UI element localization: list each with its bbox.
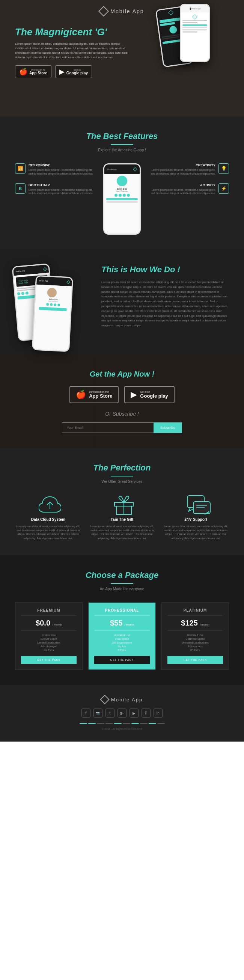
gplay-name: Google play — [67, 71, 88, 75]
social-twitter[interactable]: t — [106, 708, 114, 718]
pkg-professional: PROFESSIONAL $55 / month Unlimited Use 2… — [88, 602, 156, 670]
features-divider — [111, 144, 133, 145]
freemium-feature-4: Ads displayed — [21, 645, 76, 648]
getapp-appstore-text: Download on the App Store — [89, 390, 112, 399]
footer-diamond-icon — [100, 695, 109, 704]
freemium-feature-3: Limited Localisation — [21, 641, 76, 644]
freemium-price: $0.0 / month — [21, 619, 76, 627]
getapp-appstore-name: App Store — [89, 393, 112, 399]
gift-card-title: I'am The Gift — [89, 517, 155, 522]
how-title: This is How We Do ! — [101, 265, 229, 274]
subscribe-label: Or Subscribe ! — [15, 411, 229, 417]
features-center-phone: Mobile App John Doe Lead Designer — [103, 163, 141, 235]
hero-title: The Magnigicent 'G' — [15, 26, 133, 38]
freemium-name: FREEMIUM — [21, 608, 76, 612]
features-left: 📶 RESPONSIVE Lorem ipsum dolor sit amet,… — [15, 163, 96, 195]
packages-divider — [111, 583, 133, 584]
getapp-gplay-button[interactable]: ▶ Get it on Google play — [124, 386, 174, 403]
professional-price: $55 / month — [94, 619, 150, 627]
profile-avatar — [117, 176, 127, 186]
getapp-store-buttons: 🍎 Download on the App Store ▶ Get it on … — [15, 386, 229, 403]
chat-icon — [187, 495, 205, 514]
phone-bar-1 — [106, 198, 138, 200]
email-input[interactable] — [62, 422, 154, 433]
social-instagram[interactable]: 📷 — [93, 708, 103, 718]
professional-feature-3: 200 Localisations — [94, 641, 150, 644]
navbar: Mobile App — [15, 8, 229, 15]
footer-logo: Mobile App — [15, 696, 229, 703]
getapp-section: Get the App Now ! 🍎 Download on the App … — [0, 355, 244, 448]
gplay-text: Get it on Google play — [67, 69, 88, 75]
social-facebook[interactable]: f — [81, 708, 90, 718]
freemium-price-sub: / month — [52, 623, 62, 626]
package-cards: FREEMIUM $0.0 / month Limited Use 100 Mb… — [15, 602, 229, 670]
features-right: 💡 CREATIVITY Lorem ipsum dolor sit amet,… — [148, 163, 229, 195]
phone-diamond-icon — [133, 167, 137, 171]
logo-diamond-icon — [98, 6, 109, 16]
social-dot-1 — [114, 194, 117, 197]
responsive-title: RESPONSIVE — [29, 163, 96, 167]
fdot-5 — [114, 723, 122, 724]
cloud-card-title: Data Cloud System — [15, 517, 81, 522]
feature-bootstrap: B BOOTSTRAP Lorem ipsum dolor sit amet, … — [15, 183, 96, 196]
platinium-feature-1: Unlimited Use — [168, 634, 223, 636]
getapp-gplay-text: Get it on Google play — [140, 390, 168, 399]
apple-icon-big: 🍎 — [76, 390, 86, 399]
fdot-2 — [88, 723, 96, 724]
activity-icon: ⚡ — [219, 183, 229, 194]
features-subtitle: Explore the Amazing G-app ! — [15, 148, 229, 152]
phone-front-screen — [181, 13, 209, 61]
bootstrap-title: BOOTSTRAP — [29, 183, 96, 187]
platinium-divider — [168, 616, 223, 616]
how-phone-b: Mobile App John Doe Lead Designer — [34, 276, 71, 351]
platinium-feature-3: Unlimited Localisations — [168, 641, 223, 644]
feature-activity: ⚡ ACTIVITY Lorem ipsum dolor sit amet, c… — [148, 183, 229, 196]
platinium-feature-4: Put your ads — [168, 645, 223, 648]
activity-title: ACTIVITY — [148, 183, 215, 187]
perf-card-cloud: Data Cloud System Lorem ipsum dolor sit … — [15, 495, 81, 540]
how-phone-icons — [37, 303, 69, 307]
feature-creativity-text: CREATIVITY Lorem ipsum dolor sit amet, c… — [148, 163, 215, 176]
social-dot-2 — [119, 194, 122, 197]
getapp-appstore-button[interactable]: 🍎 Download on the App Store — [70, 386, 119, 403]
responsive-icon: 📶 — [15, 163, 25, 174]
social-pinterest[interactable]: P — [141, 708, 151, 718]
footer: Mobile App f 📷 t g+ ▶ P in © 2014 - All … — [0, 685, 244, 741]
nav-logo-text: Mobile App — [110, 8, 144, 14]
professional-divider2 — [94, 630, 150, 631]
professional-cta-button[interactable]: GET THE PACK — [94, 656, 150, 664]
perf-card-gift: I'am The Gift Lorem ipsum dolor sit amet… — [89, 495, 155, 540]
hero-section: Mobile App The Magnigicent 'G' Lorem ips… — [0, 0, 244, 116]
social-youtube[interactable]: ▶ — [130, 708, 138, 718]
packages-title: Choose a Package — [15, 570, 229, 580]
feature-creativity: 💡 CREATIVITY Lorem ipsum dolor sit amet,… — [148, 163, 229, 176]
perfection-section: The Perfection We Offer Great Services D… — [0, 448, 244, 555]
fdot-10 — [157, 723, 165, 724]
features-layout: 📶 RESPONSIVE Lorem ipsum dolor sit amet,… — [15, 163, 229, 235]
platinium-cta-button[interactable]: GET THE PACK — [168, 656, 223, 664]
freemium-cta-button[interactable]: GET THE PACK — [21, 656, 76, 664]
gplay-icon-big: ▶ — [131, 390, 137, 399]
platinium-name: PLATINIUM — [168, 608, 223, 612]
packages-subtitle: An App Made for everyone — [15, 587, 229, 591]
activity-desc: Lorem ipsum dolor sit amet, consectetur … — [148, 188, 215, 196]
chat-card-text: Lorem ipsum dolor sit amet, consectetur … — [163, 525, 229, 540]
googleplay-button[interactable]: ▶ Get it on Google play — [55, 65, 92, 78]
social-googleplus[interactable]: g+ — [117, 708, 127, 718]
how-phones: Mobile App Tiny ThingsStarts Here — [15, 265, 90, 340]
how-phone-avatar — [47, 288, 57, 298]
pkg-platinium: PLATINIUM $125 / month Unlimited Use Unl… — [162, 602, 229, 670]
footer-logo-text: Mobile App — [111, 697, 143, 703]
how-phone-front-body: John Doe Lead Designer — [33, 285, 72, 351]
features-section: The Best Features Explore the Amazing G-… — [0, 116, 244, 250]
chat-card-title: 24/7 Support — [163, 517, 229, 522]
fdot-4 — [106, 723, 113, 724]
social-linkedin[interactable]: in — [154, 708, 163, 718]
center-phone-mockup: Mobile App John Doe Lead Designer — [103, 163, 141, 235]
professional-divider — [94, 616, 150, 616]
appstore-button[interactable]: 🍎 Download on the App Store — [15, 65, 51, 78]
getapp-title: Get the App Now ! — [15, 370, 229, 379]
appstore-name: App Store — [29, 71, 47, 75]
subscribe-button[interactable]: Subscribe — [154, 422, 182, 433]
platinium-price: $125 / month — [168, 619, 223, 627]
